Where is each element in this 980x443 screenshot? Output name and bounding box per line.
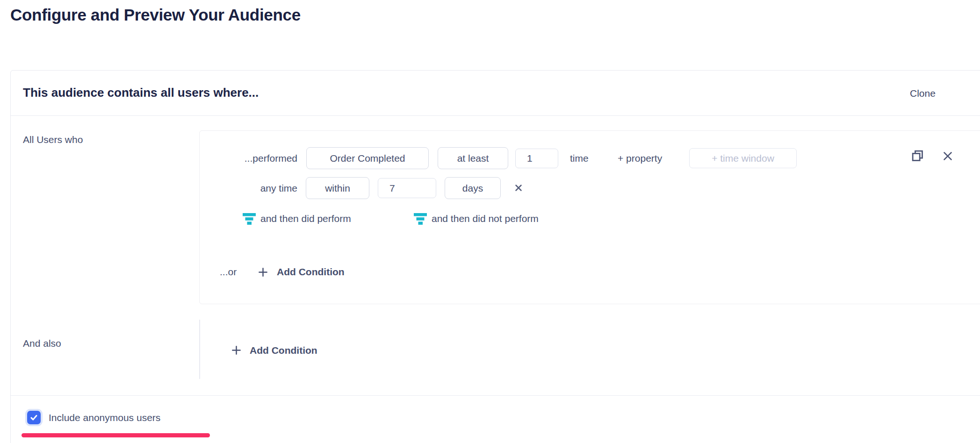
event-select-button[interactable]: Order Completed <box>306 147 429 169</box>
plus-icon[interactable] <box>231 345 242 356</box>
count-suffix-label: time <box>570 147 589 169</box>
audience-config-page: Configure and Preview Your Audience This… <box>0 0 980 443</box>
and-also-divider <box>199 320 200 379</box>
time-value-input[interactable] <box>378 178 436 198</box>
annotation-underline <box>22 433 210 437</box>
clone-button[interactable]: Clone <box>910 88 936 99</box>
duplicate-condition-icon[interactable] <box>911 149 925 163</box>
time-unit-button[interactable]: days <box>445 177 501 199</box>
card-title: This audience contains all users where..… <box>23 86 259 100</box>
anytime-prefix-label: any time <box>200 177 297 199</box>
add-property-button[interactable]: + property <box>618 147 662 169</box>
or-prefix-label: ...or <box>220 265 237 279</box>
remove-time-window-icon[interactable] <box>514 183 523 193</box>
include-anonymous-label: Include anonymous users <box>49 412 160 423</box>
add-condition-button[interactable]: Add Condition <box>250 345 317 356</box>
operator-select-button[interactable]: at least <box>438 147 508 169</box>
and-then-did-not-perform-link[interactable]: and then did not perform <box>432 212 539 225</box>
count-input[interactable] <box>515 149 558 168</box>
funnel-icon <box>243 213 256 225</box>
group-label-all-users-who: All Users who <box>23 134 83 145</box>
page-title: Configure and Preview Your Audience <box>10 6 301 24</box>
time-operator-button[interactable]: within <box>306 177 369 199</box>
performed-prefix-label: ...performed <box>200 147 297 169</box>
section-divider <box>11 395 980 396</box>
plus-icon[interactable] <box>258 267 268 278</box>
time-window-input[interactable] <box>689 148 797 168</box>
check-icon <box>29 413 38 422</box>
funnel-icon <box>414 213 427 225</box>
header-divider <box>11 115 980 116</box>
audience-card: This audience contains all users where..… <box>10 70 980 443</box>
add-condition-button[interactable]: Add Condition <box>277 266 345 278</box>
condition-group-box: ...performed Order Completed at least ti… <box>199 130 980 304</box>
and-then-did-perform-link[interactable]: and then did perform <box>260 212 351 225</box>
remove-condition-icon[interactable] <box>942 150 953 162</box>
and-also-label: And also <box>23 338 61 349</box>
include-anonymous-checkbox[interactable] <box>27 411 41 424</box>
